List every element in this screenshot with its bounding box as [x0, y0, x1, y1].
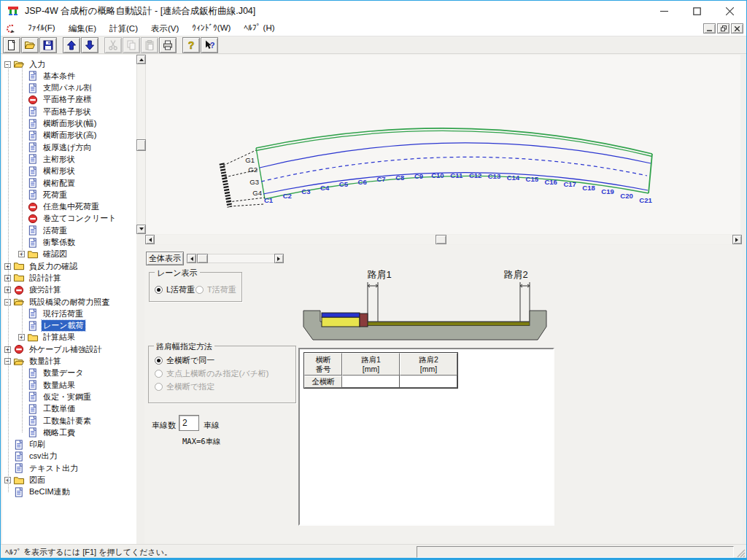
tree-item[interactable]: +外ケーブル補強設計	[4, 343, 104, 355]
tree-item-label[interactable]: 数量データ	[42, 368, 85, 378]
section-slider[interactable]	[187, 254, 284, 263]
maximize-button[interactable]	[681, 1, 713, 21]
table-cell[interactable]	[342, 376, 400, 388]
tree-item-label[interactable]: 支間パネル割	[42, 82, 93, 93]
tree-item[interactable]: レーン載荷	[18, 320, 85, 332]
mdi-close-button[interactable]	[731, 23, 743, 34]
tree-item[interactable]: 横桁形状	[18, 166, 77, 177]
shoulder-method-option[interactable]: 全横断で同一	[155, 355, 214, 366]
tree-item-label[interactable]: 負反力の確認	[28, 261, 79, 272]
tree-item-label[interactable]: 任意集中死荷重	[42, 201, 101, 212]
mdi-minimize-button[interactable]	[703, 23, 716, 34]
tree-item[interactable]: 平面格子形状	[18, 106, 93, 117]
toolbar-open-button[interactable]	[21, 37, 39, 53]
slider-left-button[interactable]	[187, 254, 196, 263]
tree-item[interactable]: 基本条件	[18, 70, 77, 82]
toolbar-move-up-button[interactable]	[63, 37, 80, 53]
tree-item-label[interactable]: 工数単価	[42, 403, 77, 414]
tree-item[interactable]: csv出力	[4, 451, 59, 462]
tree-item[interactable]: −既設橋梁の耐荷力照査	[4, 296, 111, 308]
live-load-option[interactable]: L活荷重	[155, 284, 195, 295]
tree-item[interactable]: テキスト出力	[4, 462, 80, 474]
tree-item[interactable]: −入力	[4, 58, 47, 70]
tree-item-label[interactable]: 工数集計要素	[42, 416, 93, 427]
scroll-left-button[interactable]	[145, 235, 155, 244]
tree-item[interactable]: 支間パネル割	[18, 82, 93, 94]
plan-horizontal-scrollbar[interactable]	[144, 235, 743, 244]
slider-right-button[interactable]	[274, 254, 284, 263]
minimize-button[interactable]	[648, 1, 681, 21]
tree-item[interactable]: +負反力の確認	[4, 260, 79, 272]
tree-item-label[interactable]: 数量計算	[28, 356, 63, 367]
tree-item-label[interactable]: 入力	[28, 59, 47, 70]
tree-item-label[interactable]: 死荷重	[42, 190, 69, 201]
tree-item-label[interactable]: 概略工費	[42, 427, 77, 438]
tree-item-label[interactable]: 衝撃係数	[42, 237, 77, 248]
tree-item-label[interactable]: 印刷	[28, 439, 47, 450]
table-cell[interactable]	[400, 376, 457, 388]
tree-item-label[interactable]: 板厚逃げ方向	[42, 142, 93, 153]
menu-item-edit[interactable]: 編集(E)	[62, 22, 103, 36]
tree-item-label[interactable]: 横桁配置	[42, 178, 77, 189]
tree-item[interactable]: 活荷重	[18, 225, 69, 236]
close-button[interactable]	[713, 1, 746, 21]
scrollbar-thumb[interactable]	[136, 139, 146, 151]
radio-button[interactable]	[155, 357, 163, 365]
tree-item-label[interactable]: 平面格子座標	[42, 94, 93, 105]
tree-item-label[interactable]: 横断面形状(高)	[42, 130, 98, 141]
tree-item[interactable]: +設計計算	[4, 272, 63, 284]
tree-item-label[interactable]: csv出力	[28, 451, 59, 462]
tree-item[interactable]: 工数集計要素	[18, 415, 93, 427]
mdi-restore-button[interactable]	[717, 23, 729, 34]
tree-item-label[interactable]: 巻立てコンクリート	[42, 213, 118, 224]
tree-item-label[interactable]: 主桁形状	[42, 154, 77, 165]
toolbar-move-down-button[interactable]	[81, 37, 98, 53]
tree-item[interactable]: BeCIM連動	[4, 486, 71, 498]
tree-item[interactable]: +確認図	[18, 249, 69, 260]
menu-item-calculate[interactable]: 計算(C)	[103, 22, 144, 36]
tree-item[interactable]: 数量データ	[18, 368, 85, 379]
tree-item-label[interactable]: 設計計算	[28, 273, 63, 284]
fit-view-button[interactable]: 全体表示	[146, 252, 184, 265]
toolbar-new-button[interactable]	[3, 37, 20, 53]
scrollbar-thumb[interactable]	[436, 235, 446, 244]
toolbar-save-button[interactable]	[39, 37, 57, 53]
slider-thumb[interactable]	[197, 254, 208, 263]
tree-item-label[interactable]: 計算結果	[42, 332, 77, 343]
tree-item-label[interactable]: 疲労計算	[28, 284, 63, 295]
tree-item-label[interactable]: 仮定・実鋼重	[42, 392, 93, 402]
menu-item-help[interactable]: ﾍﾙﾌﾟ (H)	[237, 22, 281, 36]
lane-count-input[interactable]	[179, 415, 199, 431]
menu-item-view[interactable]: 表示(V)	[144, 22, 185, 36]
tree-item[interactable]: 巻立てコンクリート	[18, 213, 118, 225]
tree-item-label[interactable]: テキスト出力	[28, 463, 80, 474]
tree-item-label[interactable]: 既設橋梁の耐荷力照査	[28, 297, 111, 308]
tree-item[interactable]: 仮定・実鋼重	[18, 391, 93, 402]
tree-item-label[interactable]: 現行活荷重	[42, 308, 85, 319]
tree-item[interactable]: 工数単価	[18, 403, 77, 415]
tree-item[interactable]: −数量計算	[4, 356, 63, 368]
toolbar-print-button[interactable]	[159, 37, 177, 53]
tree-item-label[interactable]: 図面	[28, 475, 47, 486]
tree-item[interactable]: +計算結果	[18, 332, 77, 343]
scroll-right-button[interactable]	[732, 235, 742, 244]
tree-item[interactable]: +図面	[4, 475, 47, 486]
tree-item[interactable]: 衝撃係数	[18, 237, 77, 249]
tree-item[interactable]: 主桁形状	[18, 153, 77, 165]
tree-item[interactable]: 死荷重	[18, 189, 69, 201]
radio-button[interactable]	[155, 286, 163, 294]
tree-item-label[interactable]: 基本条件	[42, 71, 77, 82]
tree-item-label[interactable]: 確認図	[42, 249, 69, 260]
tree-item-label[interactable]: 平面格子形状	[42, 106, 93, 117]
tree-item-label[interactable]: 横断面形状(幅)	[42, 118, 98, 129]
toolbar-help-button[interactable]: ?	[182, 37, 200, 53]
tree-item-label[interactable]: 数量結果	[42, 380, 77, 391]
menu-item-window[interactable]: ｳｨﾝﾄﾞｳ(W)	[185, 22, 237, 36]
scroll-down-button[interactable]	[136, 225, 146, 234]
tree-item[interactable]: 任意集中死荷重	[18, 201, 101, 213]
tree-item-label[interactable]: 横桁形状	[42, 166, 77, 176]
tree-item[interactable]: 横断面形状(高)	[18, 130, 98, 141]
resize-grip[interactable]	[735, 548, 746, 558]
tree-item[interactable]: 印刷	[4, 439, 47, 451]
tree-item[interactable]: 現行活荷重	[18, 308, 85, 319]
